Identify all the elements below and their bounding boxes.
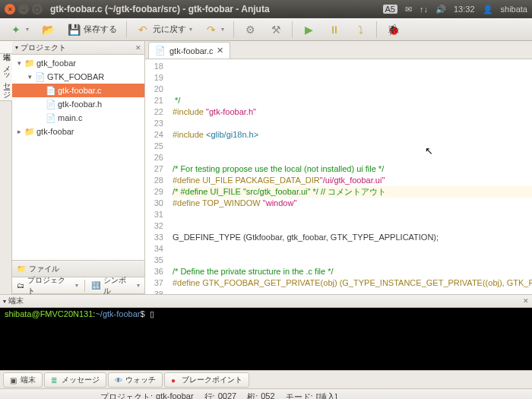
terminal[interactable]: shibata@FMVC20N131:~/gtk-foobar$ ▯ [0,308,532,370]
code-line[interactable]: /* #define UI_FILE "src/gtk_foobar.ui" *… [173,186,532,198]
file-icon: 📄 [46,85,56,96]
sidebar-accordion: 📁ファイル🗂プロジェクト▾🔣シンボル▾ [12,260,144,294]
code-line[interactable] [173,118,532,129]
code-line[interactable]: /* Define the private structure in the .… [173,266,532,277]
terminal-header[interactable]: ▾ 端末 ✕ [0,294,532,308]
accordion-item[interactable]: 🗂プロジェクト▾🔣シンボル▾ [12,277,144,294]
separator [126,21,127,38]
code-line[interactable]: #define UI_FILE PACKAGE_DATA_DIR"/ui/gtk… [173,175,532,186]
code-line[interactable]: */ [173,95,532,106]
play-icon: ▶ [302,23,315,36]
project-tree[interactable]: ▾📁gtk_foobar▾📄GTK_FOOBAR📄gtk-foobar.c📄gt… [12,55,144,260]
step-button[interactable]: ⤵ [349,21,372,39]
undo-button[interactable]: ↶元に戻す▾ [131,21,197,39]
sidebar-title: プロジェクト [21,43,66,53]
build-button[interactable]: ⚙ [239,21,261,39]
code-line[interactable]: #include <glib/gi18n.h> [173,129,532,141]
side-tab[interactable]: 端末 [0,41,12,54]
code-line[interactable] [173,220,532,232]
term-symbol: $ [140,309,144,318]
user-name[interactable]: shibata [501,5,527,14]
code-line[interactable]: G_DEFINE_TYPE (Gtkfoobar, gtk_foobar, GT… [173,232,532,243]
tree-row[interactable]: 📄gtk-foobar.c [12,84,144,97]
bottom-tab[interactable]: 👁ウォッチ [108,372,163,388]
tree-row[interactable]: 📄gtk-foobar.h [12,97,144,111]
status-bar: プロジェクト:gtk-foobar 行:0027 桁:052 モード:[挿入] [0,388,532,399]
tree-label: gtk_foobar [36,59,76,68]
close-icon[interactable]: ✕ [135,44,141,52]
file-icon: 📁 [24,126,35,137]
tab-label: メッセージ [62,375,100,385]
save-icon: 💾 [67,23,81,36]
save-button[interactable]: 💾保存する [62,21,122,39]
tree-row[interactable]: ▸📁gtk-foobar [12,125,144,138]
build2-button[interactable]: ⚒ [264,21,287,39]
code-line[interactable] [173,141,532,152]
bottom-tab[interactable]: ▣端末 [3,372,43,388]
main-area: 端末メッセージ ▾ プロジェクト ✕ ▾📁gtk_foobar▾📄GTK_FOO… [0,41,532,294]
open-button[interactable]: 📂 [36,21,59,39]
mail-icon[interactable]: ✉ [405,5,412,14]
tree-label: main.c [58,113,82,122]
title-bar: ✕ – ▢ gtk-foobar.c (~/gtk-foobar/src) - … [0,0,532,18]
undo-icon: ↶ [136,23,150,36]
tab-close-icon[interactable]: ✕ [217,46,223,55]
ime-indicator[interactable]: A5 [383,5,397,14]
bottom-tab[interactable]: ≣メッセージ [44,372,106,388]
tree-row[interactable]: 📄main.c [12,111,144,125]
volume-icon[interactable]: 🔊 [435,5,446,14]
status-col-label: 桁: [247,391,258,399]
acc-label: シンボル [103,275,134,296]
code-view[interactable]: 1819202122232425262728293031323334353637… [145,59,532,294]
tree-row[interactable]: ▾📄GTK_FOOBAR [12,70,144,84]
status-project: gtk-foobar [156,391,194,399]
status-col: 052 [261,391,274,399]
pause-button[interactable]: ⏸ [323,21,346,39]
tab-label: ウォッチ [125,375,156,385]
new-button[interactable]: ✦▾ [5,21,33,39]
term-user: shibata@FMVC20N131 [5,309,93,318]
debug-button[interactable]: 🐞 [382,21,404,39]
window-close-button[interactable]: ✕ [5,4,15,14]
acc-icon: 📁 [17,264,26,273]
code-line[interactable] [173,255,532,266]
code-line[interactable]: /* For testing propose use the local (no… [173,163,532,175]
clock[interactable]: 13:32 [454,5,475,14]
code-line[interactable] [173,243,532,255]
status-row: 0027 [218,391,236,399]
new-icon: ✦ [9,23,23,36]
chevron-down-icon: ▾ [15,44,18,51]
code-line[interactable]: #define TOP_WINDOW "window" [173,198,532,209]
editor: 📄 gtk-foobar.c ✕ 18192021222324252627282… [145,41,532,294]
bottom-tab[interactable]: ●ブレークポイント [164,372,249,388]
tree-row[interactable]: ▾📁gtk_foobar [12,56,144,70]
window-min-button[interactable]: – [18,4,29,14]
acc-icon: 🗂 [17,281,24,290]
code-line[interactable]: #include "gtk-foobar.h" [173,106,532,118]
code-line[interactable]: #define GTK_FOOBAR_GET_PRIVATE(obj) (G_T… [173,277,532,289]
separator [233,21,234,38]
bottom-panel: ▾ 端末 ✕ shibata@FMVC20N131:~/gtk-foobar$ … [0,294,532,399]
close-icon[interactable]: ✕ [523,297,529,305]
sidebar-header[interactable]: ▾ プロジェクト ✕ [12,41,144,55]
code-line[interactable] [173,209,532,220]
status-mode: [挿入] [316,391,337,399]
pause-icon: ⏸ [328,23,341,36]
editor-tab[interactable]: 📄 gtk-foobar.c ✕ [148,42,230,59]
bottom-tabs: ▣端末≣メッセージ👁ウォッチ●ブレークポイント [0,370,532,388]
acc-label: ファイル [29,264,59,274]
network-icon[interactable]: ↑↓ [420,5,428,14]
status-mode-label: モード: [286,391,313,399]
run-button[interactable]: ▶ [297,21,320,39]
status-project-label: プロジェクト: [100,391,153,399]
term-cursor: ▯ [150,309,154,318]
code-line[interactable] [173,289,532,294]
window-max-button[interactable]: ▢ [32,4,43,14]
code-body[interactable]: ↖ */#include "gtk-foobar.h" #include <gl… [169,59,532,294]
status-row-label: 行: [204,391,215,399]
redo-button[interactable]: ↷▾ [200,21,229,39]
sidebar: ▾ プロジェクト ✕ ▾📁gtk_foobar▾📄GTK_FOOBAR📄gtk-… [12,41,145,294]
code-line[interactable] [173,152,532,163]
step-icon: ⤵ [353,23,367,36]
side-tab[interactable]: メッセージ [0,54,12,101]
